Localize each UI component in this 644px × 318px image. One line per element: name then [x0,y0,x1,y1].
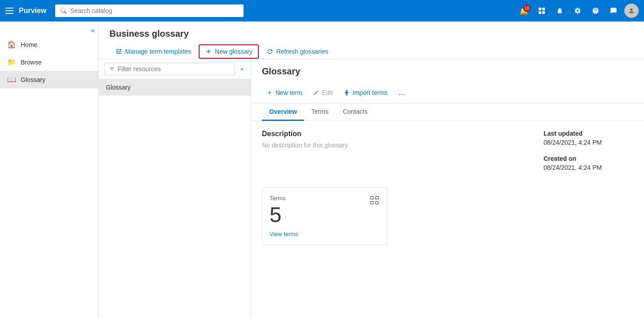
sidebar-item-glossary[interactable]: 📖 Glossary [0,71,98,88]
edit-icon [313,90,319,96]
page-header: Business glossary Manage term templates … [99,21,644,59]
filter-collapse-button[interactable]: « [239,64,245,74]
bell-button[interactable] [553,4,567,18]
svg-rect-1 [542,8,545,10]
main-layout: « 🏠 Home 📁 Browse 📖 Glossary Business gl… [0,21,644,318]
edit-label: Edit [322,89,333,96]
terms-card-left: Terms 5 [270,195,285,227]
right-panel-header: Glossary [251,59,644,82]
created-on-label: Created on [544,155,633,162]
view-terms-link[interactable]: View terms [270,231,380,237]
avatar[interactable] [624,4,639,18]
nav-icons: 🔔 18 [517,4,639,18]
last-updated-item: Last updated 08/24/2021, 4:24 PM [544,130,633,146]
sidebar-item-browse-label: Browse [21,59,42,66]
terms-count: 5 [270,203,285,227]
sidebar-item-home-label: Home [21,41,37,48]
collapse-sidebar-button[interactable]: « [0,25,98,36]
edit-button[interactable]: Edit [309,87,337,99]
feedback-button[interactable] [606,4,621,18]
import-terms-label: Import terms [352,89,388,96]
manage-templates-button[interactable]: Manage term templates [109,45,197,58]
svg-rect-0 [539,8,541,10]
right-panel-title: Glossary [262,66,633,77]
browse-icon: 📁 [7,58,16,66]
search-box [55,4,244,17]
terms-card-label: Terms [270,195,285,202]
plus-icon [205,48,212,55]
last-updated-value: 08/24/2021, 4:24 PM [544,139,633,146]
sidebar: « 🏠 Home 📁 Browse 📖 Glossary [0,21,99,318]
new-glossary-label: New glossary [215,48,252,55]
refresh-glossaries-label: Refresh glossaries [276,48,328,55]
refresh-glossaries-button[interactable]: Refresh glossaries [261,45,334,58]
terms-grid-icon [369,195,380,208]
metadata-section: Last updated 08/24/2021, 4:24 PM Created… [544,130,633,180]
manage-templates-label: Manage term templates [125,48,191,55]
notification-button[interactable]: 🔔 18 [517,4,531,18]
description-heading: Description [262,130,517,138]
description-text: No description for this glossary. [262,142,517,149]
tab-overview[interactable]: Overview [262,103,304,121]
search-icon [61,8,66,14]
filter-input-container [104,63,235,75]
home-icon: 🏠 [7,40,16,49]
search-input[interactable] [70,7,239,14]
right-panel: Glossary New term Edit Import terms [251,59,644,318]
sliders-icon [115,48,122,55]
description-section: Description No description for this glos… [262,130,517,180]
glossary-list: Glossary [99,79,251,318]
overview-top: Description No description for this glos… [251,121,644,180]
app-brand: Purview [19,7,46,15]
left-panel: « Glossary [99,59,251,318]
filter-bar: « [99,59,251,79]
filter-icon [109,66,115,72]
grid-button[interactable] [535,4,549,18]
help-button[interactable] [588,4,603,18]
glossary-item-label: Glossary [106,84,131,91]
content-area: Business glossary Manage term templates … [99,21,644,318]
tabs: Overview Terms Contacts [251,103,644,121]
page-title: Business glossary [109,29,633,39]
settings-button[interactable] [570,4,585,18]
terms-card-header: Terms 5 [270,195,380,227]
svg-rect-2 [539,11,541,14]
more-label: ... [399,88,405,97]
created-on-item: Created on 08/24/2021, 4:24 PM [544,155,633,171]
import-icon [344,90,350,96]
new-glossary-button[interactable]: New glossary [199,44,259,59]
tab-terms[interactable]: Terms [304,103,335,121]
action-bar: New term Edit Import terms ... [251,82,644,103]
more-actions-button[interactable]: ... [394,86,410,99]
new-term-label: New term [275,89,302,96]
split-content: « Glossary Glossary New term [99,59,644,318]
svg-rect-3 [542,11,545,14]
top-navigation: Purview 🔔 18 [0,0,644,21]
last-updated-label: Last updated [544,130,633,137]
import-terms-button[interactable]: Import terms [339,87,392,99]
hamburger-menu[interactable] [5,8,13,14]
glossary-list-item[interactable]: Glossary [99,79,251,96]
toolbar: Manage term templates New glossary Refre… [109,44,633,59]
filter-resources-input[interactable] [117,65,230,73]
glossary-icon: 📖 [7,75,16,84]
sidebar-item-browse[interactable]: 📁 Browse [0,53,98,71]
tab-contacts[interactable]: Contacts [335,103,374,121]
sidebar-item-home[interactable]: 🏠 Home [0,36,98,53]
sidebar-item-glossary-label: Glossary [21,76,45,83]
plus-term-icon [266,90,273,96]
overview-section: Description No description for this glos… [251,121,644,252]
refresh-icon [266,48,274,55]
terms-card: Terms 5 View terms [262,187,387,245]
notification-badge: 18 [523,4,530,12]
new-term-button[interactable]: New term [262,87,307,99]
created-on-value: 08/24/2021, 4:24 PM [544,164,633,171]
